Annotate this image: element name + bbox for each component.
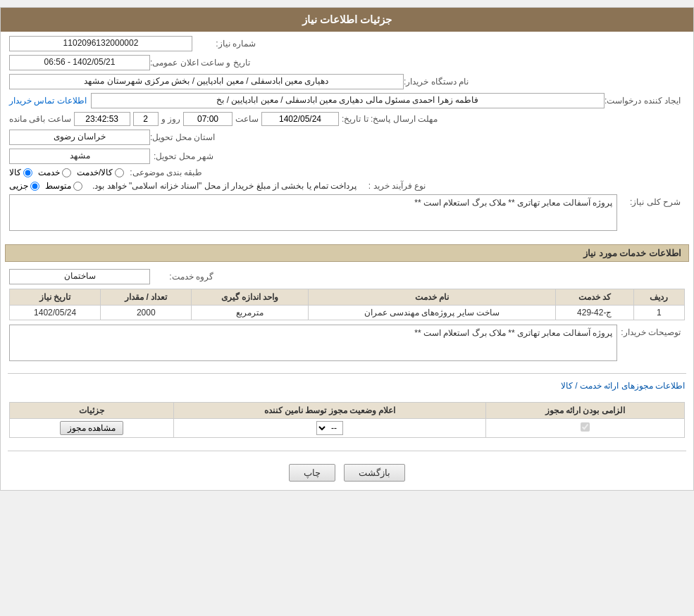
- radio-motevaset-input[interactable]: [73, 182, 82, 191]
- radio-khadamat-label: خدمت: [38, 168, 60, 177]
- col-nam: نام خدمت: [308, 289, 555, 306]
- print-button[interactable]: چاپ: [289, 464, 335, 482]
- etelaat-tamas-link[interactable]: اطلاعات تماس خریدار: [9, 96, 87, 106]
- tarikh-label: تاریخ و ساعت اعلان عمومی:: [150, 58, 250, 68]
- saat-value: 07:00: [183, 112, 233, 126]
- radio-jozi-input[interactable]: [30, 182, 39, 191]
- ostan-row: استان محل تحویل: خراسان رضوی: [9, 130, 685, 145]
- sharh-koli-value: پروژه آسفالت معابر تهاتری ** ملاک برگ اس…: [9, 194, 617, 231]
- radio-khadamat: خدمت: [38, 168, 71, 177]
- col-tarikh: تاریخ نیاز: [10, 289, 101, 306]
- perm-col-elzami: الزامی بودن ارائه مجوز: [485, 403, 684, 419]
- shomare-niaz-row: شماره نیاز: 1102096132000002: [9, 36, 685, 51]
- divider-2: [8, 451, 686, 451]
- services-table: ردیف کد خدمت نام خدمت واحد اندازه گیری ت…: [9, 289, 685, 320]
- shahr-row: شهر محل تحویل: مشهد: [9, 149, 685, 164]
- perm-vaziyat-select[interactable]: --: [316, 421, 343, 435]
- farayand-row: نوع فرآیند خرید : پرداخت تمام یا بخشی از…: [9, 181, 685, 191]
- mohlat-date: 1402/05/24: [261, 112, 339, 126]
- radio-kala-khadamat-input[interactable]: [115, 168, 124, 177]
- rooz-value: 2: [133, 112, 159, 126]
- grooh-value: ساختمان: [9, 269, 150, 284]
- ostan-label: استان محل تحویل:: [150, 132, 215, 142]
- grooh-row: گروه خدمت: ساختمان: [9, 269, 685, 284]
- radio-jozi: جزیی: [9, 181, 39, 191]
- radio-jozi-label: جزیی: [9, 181, 28, 191]
- col-radif: ردیف: [633, 289, 684, 306]
- khadamat-form: گروه خدمت: ساختمان ردیف کد خدمت نام خدمت…: [1, 265, 693, 369]
- cell-kod: ج-42-429: [555, 306, 633, 320]
- tabaqe-row: طبقه بندی موضوعی: کالا/خدمت خدمت کالا: [9, 168, 685, 177]
- mohlat-row: مهلت ارسال پاسخ: تا تاریخ: 1402/05/24 سا…: [9, 112, 685, 126]
- mojavahat-form: الزامی بودن ارائه مجوز اعلام وضعیت مجوز …: [1, 394, 693, 446]
- page-header: جزئیات اطلاعات نیاز: [1, 8, 693, 32]
- bottom-buttons: بازگشت چاپ: [1, 455, 693, 490]
- radio-kala: کالا: [9, 168, 32, 177]
- perm-elzami-checkbox: [581, 422, 590, 432]
- perm-vaziyat-cell: --: [174, 419, 485, 438]
- perm-col-details: جزئیات: [10, 403, 174, 419]
- mohlat-label: مهلت ارسال پاسخ: تا تاریخ:: [342, 114, 438, 124]
- tosih-value: پروژه آسفالت معابر تهاتری ** ملاک برگ اس…: [9, 325, 617, 361]
- farayand-note: پرداخت تمام یا بخشی از مبلغ خریدار از مح…: [92, 181, 357, 191]
- namdastgah-label: نام دستگاه خریدار:: [404, 77, 469, 87]
- form-area: شماره نیاز: 1102096132000002 تاریخ و ساع…: [1, 32, 693, 239]
- saat-label: ساعت: [235, 114, 259, 124]
- tosih-row: توصیحات خریدار: پروژه آسفالت معابر تهاتر…: [9, 325, 685, 361]
- col-tedad: تعداد / مقدار: [101, 289, 192, 306]
- permissions-table: الزامی بودن ارائه مجوز اعلام وضعیت مجوز …: [9, 402, 685, 438]
- namdastgah-value: دهیاری معین ابادسفلی / معین ابادپایین / …: [9, 74, 404, 89]
- radio-motevaset-label: متوسط: [45, 181, 71, 191]
- tarikh-value: 1402/05/21 - 06:56: [9, 55, 150, 70]
- farayand-label: نوع فرآیند خرید :: [362, 181, 426, 191]
- khadamat-section-header: اطلاعات خدمات مورد نیاز: [5, 244, 689, 262]
- sharh-koli-label: شرح کلی نیاز:: [617, 194, 681, 207]
- ijad-value: فاطمه زهرا احمدی مسئول مالی دهیاری معین …: [91, 93, 605, 108]
- cell-radif: 1: [633, 306, 684, 320]
- page-wrapper: جزئیات اطلاعات نیاز شماره نیاز: 11020961…: [0, 7, 694, 491]
- radio-kala-khadamat-label: کالا/خدمت: [77, 168, 113, 177]
- cell-tarikh: 1402/05/24: [10, 306, 101, 320]
- tosih-label: توصیحات خریدار:: [617, 325, 681, 337]
- radio-khadamat-input[interactable]: [62, 168, 71, 177]
- grooh-label: گروه خدمت:: [150, 272, 213, 282]
- perm-elzami-cell: [485, 419, 684, 438]
- namdastgah-row: نام دستگاه خریدار: دهیاری معین ابادسفلی …: [9, 74, 685, 89]
- view-mojvaz-button[interactable]: مشاهده مجوز: [60, 421, 123, 435]
- col-kod: کد خدمت: [555, 289, 633, 306]
- cell-vahed: مترمربع: [192, 306, 308, 320]
- ostan-value: خراسان رضوی: [9, 130, 150, 145]
- col-vahed: واحد اندازه گیری: [192, 289, 308, 306]
- baghimande-value: 23:42:53: [74, 112, 130, 126]
- perm-row: -- مشاهده مجوز: [10, 419, 685, 438]
- radio-kala-khadamat: کالا/خدمت: [77, 168, 124, 177]
- ijad-row: ایجاد کننده درخواست: فاطمه زهرا احمدی مس…: [9, 93, 685, 108]
- mojavahat-header: اطلاعات مجوزهای ارائه خدمت / کالا: [1, 378, 693, 394]
- tarikh-row: تاریخ و ساعت اعلان عمومی: 1402/05/21 - 0…: [9, 55, 685, 70]
- table-row: 1 ج-42-429 ساخت سایر پروژه‌های مهندسی عم…: [10, 306, 685, 320]
- sharh-koli-row: شرح کلی نیاز: پروژه آسفالت معابر تهاتری …: [9, 194, 685, 231]
- page-title: جزئیات اطلاعات نیاز: [302, 13, 392, 25]
- rooz-label: روز و: [161, 114, 180, 124]
- divider-1: [8, 373, 686, 374]
- shahr-label: شهر محل تحویل:: [150, 151, 213, 161]
- radio-motevaset: متوسط: [45, 181, 82, 191]
- cell-tedad: 2000: [101, 306, 192, 320]
- radio-kala-input[interactable]: [23, 168, 32, 177]
- shomare-niaz-label: شماره نیاز:: [192, 39, 256, 49]
- baghimande-label: ساعت باقی مانده: [9, 114, 71, 124]
- ijad-label: ایجاد کننده درخواست:: [605, 96, 681, 106]
- perm-details-cell: مشاهده مجوز: [10, 419, 174, 438]
- shahr-value: مشهد: [9, 149, 150, 164]
- perm-col-vaziyat: اعلام وضعیت مجوز توسط نامین کننده: [174, 403, 485, 419]
- back-button[interactable]: بازگشت: [344, 464, 405, 482]
- radio-kala-label: کالا: [9, 168, 21, 177]
- cell-nam: ساخت سایر پروژه‌های مهندسی عمران: [308, 306, 555, 320]
- tabaqe-label: طبقه بندی موضوعی:: [130, 168, 202, 177]
- shomare-niaz-value: 1102096132000002: [9, 36, 192, 51]
